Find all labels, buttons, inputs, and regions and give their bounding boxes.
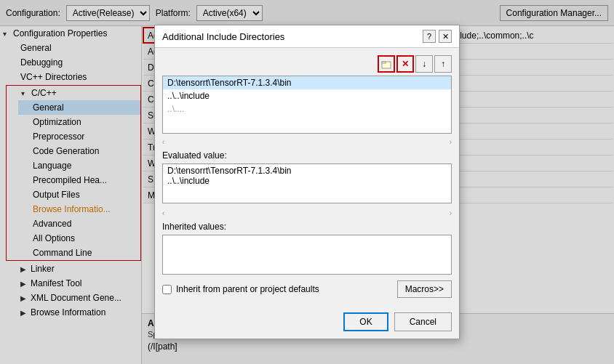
- modal-close-button[interactable]: ✕: [439, 30, 452, 43]
- eval-scroll-left: ‹: [162, 209, 164, 217]
- modal-titlebar-actions: ? ✕: [423, 30, 452, 43]
- inherit-label: Inherit from parent or project defaults: [176, 284, 319, 294]
- modal-up-button[interactable]: ↑: [434, 55, 452, 73]
- modal-listbox[interactable]: D:\tensorrt\TensorRT-7.1.3.4\bin ..\..\i…: [162, 76, 452, 134]
- inherited-box: [162, 235, 452, 275]
- modal-title: Additional Include Directories: [162, 31, 284, 42]
- scroll-left-arrow: ‹: [162, 138, 164, 146]
- inherit-checkbox[interactable]: [162, 285, 172, 294]
- inherited-label: Inherited values:: [162, 222, 452, 232]
- modal-add-button[interactable]: [378, 55, 395, 73]
- modal-checkbox-row: Inherit from parent or project defaults …: [162, 280, 452, 298]
- folder-icon: [381, 59, 391, 69]
- eval-item-0: D:\tensorrt\TensorRT-7.1.3.4\bin: [167, 166, 447, 176]
- modal-list-item-1[interactable]: ..\..\include: [163, 89, 451, 102]
- macros-button[interactable]: Macros>>: [397, 280, 452, 298]
- modal-list-item-0[interactable]: D:\tensorrt\TensorRT-7.1.3.4\bin: [163, 76, 451, 89]
- modal-down-button[interactable]: ↓: [415, 55, 433, 73]
- ok-button[interactable]: OK: [343, 312, 388, 331]
- eval-box: D:\tensorrt\TensorRT-7.1.3.4\bin ..\..\i…: [162, 163, 452, 203]
- eval-scroll-hint: ‹ ›: [162, 209, 452, 217]
- cancel-button[interactable]: Cancel: [394, 312, 452, 331]
- modal-overlay: Additional Include Directories ? ✕ ✕ ↓ ↑: [0, 0, 614, 364]
- modal-dialog: Additional Include Directories ? ✕ ✕ ↓ ↑: [154, 25, 460, 339]
- modal-question-button[interactable]: ?: [423, 30, 436, 43]
- scroll-right-arrow: ›: [450, 138, 452, 146]
- eval-item-1: ..\..\include: [167, 176, 447, 186]
- listbox-scroll-hint: ‹ ›: [162, 138, 452, 146]
- eval-scroll-right: ›: [450, 209, 452, 217]
- modal-toolbar: ✕ ↓ ↑: [162, 55, 452, 73]
- svg-rect-1: [382, 62, 386, 63]
- eval-label: Evaluated value:: [162, 150, 452, 161]
- modal-body: ✕ ↓ ↑ D:\tensorrt\TensorRT-7.1.3.4\bin .…: [155, 48, 459, 312]
- modal-list-item-2[interactable]: ..\....: [163, 102, 451, 116]
- modal-titlebar: Additional Include Directories ? ✕: [155, 25, 459, 48]
- modal-delete-button[interactable]: ✕: [396, 55, 414, 73]
- modal-footer: OK Cancel: [155, 312, 459, 339]
